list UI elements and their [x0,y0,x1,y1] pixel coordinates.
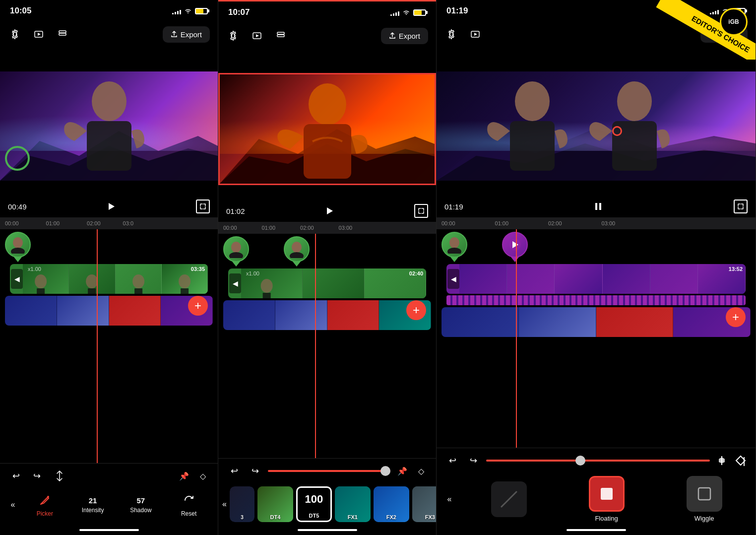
filter-dt4[interactable]: DT4 [257,486,293,522]
bg-thumb-3-2 [519,307,596,337]
redo-button-3[interactable]: ↪ [465,453,481,468]
add-button-3[interactable]: + [726,307,746,327]
chevron-left-1[interactable]: « [5,497,21,513]
add-button-1[interactable]: + [188,296,208,316]
avatar-3b[interactable] [502,232,528,258]
wiggle-label: Wiggle [694,515,714,522]
main-video-track-1[interactable]: ◀ x1.00 03:35 [10,264,208,294]
motion-floating[interactable]: Floating [560,476,653,522]
pin-icon-1[interactable]: 📌 [177,469,191,483]
play-button-1[interactable] [103,199,119,214]
settings-icon-3[interactable] [444,27,458,41]
filter-label-fx2: FX2 [386,514,396,520]
layers-icon-1[interactable] [56,27,69,41]
avatar-pointer-3b [511,257,519,262]
svg-rect-5 [87,121,131,171]
layers-icon-2[interactable] [274,29,288,43]
main-video-track-2[interactable]: ◀ x1.00 02:40 [228,268,426,298]
bg-thumb-3 [109,296,161,326]
filter-intensity-slider[interactable] [268,470,390,472]
track-thumb-3-4 [603,264,650,294]
main-video-track-3[interactable]: ◀ 13:52 [446,264,746,294]
fullscreen-button-1[interactable] [196,200,210,213]
avatar-1[interactable] [5,232,31,258]
redo-button-1[interactable]: ↪ [29,468,45,484]
bg-track-1[interactable]: + [5,296,213,326]
play-button-2[interactable] [321,203,337,219]
keyframe-icon-3[interactable] [734,454,748,468]
track-thumb-2 [69,264,115,294]
export-button-1[interactable]: Export [163,26,210,43]
split-icon-1[interactable] [50,468,69,484]
chevron-left-3[interactable]: « [441,491,457,507]
wiggle-icon [695,485,713,503]
ruler-mark: 03:0 [123,220,133,226]
keyframe-icon-1[interactable]: ◇ [196,469,210,483]
svg-rect-3 [59,33,66,35]
avatar-2b[interactable] [284,236,310,262]
fullscreen-button-3[interactable] [734,200,748,213]
track-left-arrow-1[interactable]: ◀ [11,269,23,289]
slider-thumb-3[interactable] [575,456,585,466]
pause-button-3[interactable] [590,199,606,214]
motion-slider[interactable] [486,460,710,462]
ruler-mark: 00:00 [5,220,19,226]
reset-tool[interactable]: Reset [165,492,213,517]
keyframe-icon-2[interactable]: ◇ [414,464,428,478]
bg-track-3[interactable]: + [441,307,751,337]
track-thumbnails-3 [459,264,746,294]
chevron-left-2[interactable]: « [222,496,227,512]
track-left-arrow-2[interactable]: ◀ [229,273,241,293]
motion-row: « Floating [437,473,756,525]
bg-track-2[interactable]: + [223,300,431,330]
filter-fx1[interactable]: FX1 [335,486,371,522]
slider-row-2: ↩ ↪ 📌 ◇ [218,459,436,483]
motion-wiggle[interactable]: Wiggle [658,476,751,522]
svg-rect-10 [37,288,45,294]
filter-item-partial[interactable]: 3 [230,486,254,522]
avatar-wrapper-1 [5,232,31,262]
track-left-arrow-3[interactable]: ◀ [447,269,459,289]
undo-button-1[interactable]: ↩ [8,468,24,484]
svg-point-13 [132,274,144,288]
filter-fx3[interactable]: FX3 [412,486,436,522]
export-button-2[interactable]: Export [381,28,428,44]
project-icon-3[interactable] [468,27,482,41]
avatar-2a[interactable] [223,236,249,262]
avatar-pointer-3a [450,257,458,262]
timecode-1: 00:49 [8,202,27,211]
playhead-3 [516,229,517,448]
svg-rect-23 [304,124,351,179]
pin-icon-3[interactable] [715,454,729,468]
redo-button-2[interactable]: ↪ [247,463,263,479]
motion-none[interactable] [462,481,555,517]
shadow-label: Shadow [130,507,151,514]
add-button-2[interactable]: + [406,300,426,320]
fullscreen-button-2[interactable] [414,204,428,218]
project-icon-2[interactable] [250,29,264,43]
bg-thumb-2 [57,296,109,326]
slider-thumb-2[interactable] [380,466,390,476]
avatar-3a[interactable] [441,232,467,258]
bottom-toolbar-2: ↩ ↪ 📌 ◇ « 3 DT4 100 DT5 [218,458,436,525]
pin-icon-2[interactable]: 📌 [395,464,409,478]
timeline-controls-2: 01:02 [218,200,436,222]
svg-point-28 [290,252,304,258]
settings-icon-2[interactable] [226,29,240,43]
undo-button-2[interactable]: ↩ [226,463,242,479]
filter-dt5[interactable]: 100 DT5 [296,486,332,522]
battery-icon-2 [413,9,426,16]
picker-tool[interactable]: Picker [21,492,69,517]
wifi-icon-2 [402,9,410,15]
settings-icon-1[interactable] [8,27,22,41]
filter-fx2[interactable]: FX2 [374,486,409,522]
bg-thumb-2-2 [275,300,327,330]
shadow-tool[interactable]: 57 Shadow [117,496,165,514]
avatars-row-1 [0,229,218,264]
timeline-ruler-2: 00:00 01:00 02:00 03:00 [218,222,436,234]
undo-button-3[interactable]: ↩ [444,453,460,468]
phone-panel-3: iGB EDITOR'S CHOICE 01:19 [437,0,756,535]
intensity-tool[interactable]: 21 Intensity [69,496,117,514]
project-icon-1[interactable] [32,27,46,41]
timeline-area-3: ◀ 13:52 + [437,229,756,448]
